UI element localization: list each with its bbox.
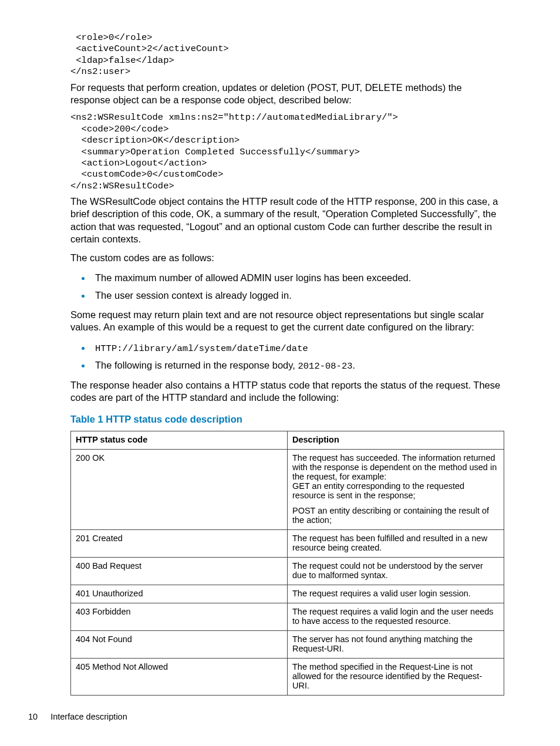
description-cell: The method specified in the Request-Line…: [288, 658, 504, 695]
code-block-user-xml: <role>0</role> <activeCount>2</activeCou…: [70, 32, 504, 78]
document-page: <role>0</role> <activeCount>2</activeCou…: [0, 0, 560, 746]
description-block: The method specified in the Request-Line…: [292, 662, 499, 690]
paragraph: The custom codes are as follows:: [70, 252, 504, 264]
description-cell: The request has succeeded. The informati…: [288, 449, 504, 529]
footer-section: Interface description: [50, 712, 127, 721]
description-block: The request could not be understood by t…: [292, 561, 499, 580]
description-block: The request requires a valid login and t…: [292, 607, 499, 626]
status-code-cell: 200 OK: [71, 449, 288, 529]
status-code-cell: 201 Created: [71, 529, 288, 557]
inline-code-url: HTTP://library/aml/system/dateTime/date: [95, 343, 308, 354]
status-code-cell: 403 Forbidden: [71, 603, 288, 630]
table-row: 405 Method Not AllowedThe method specifi…: [71, 658, 504, 695]
description-cell: The request requires a valid login and t…: [288, 603, 504, 630]
list-item-text: The following is returned in the respons…: [95, 360, 298, 370]
description-cell: The request could not be understood by t…: [288, 557, 504, 585]
status-code-cell: 405 Method Not Allowed: [71, 658, 288, 695]
list-item: HTTP://library/aml/system/dateTime/date: [92, 340, 504, 355]
bullet-list-custom-codes: The maximum number of allowed ADMIN user…: [70, 270, 504, 303]
table-row: 201 CreatedThe request has been fulfille…: [71, 529, 504, 557]
paragraph: For requests that perform creation, upda…: [70, 82, 504, 107]
table-header-cell: Description: [288, 431, 504, 449]
description-cell: The server has not found anything matchi…: [288, 630, 504, 658]
table-row: 401 UnauthorizedThe request requires a v…: [71, 585, 504, 603]
inline-code-date: 2012-08-23: [298, 361, 352, 372]
description-block: The request has been fulfilled and resul…: [292, 534, 499, 552]
list-item-text: .: [353, 360, 356, 370]
description-block: The server has not found anything matchi…: [292, 634, 499, 653]
table-row: 400 Bad RequestThe request could not be …: [71, 557, 504, 585]
table-header-row: HTTP status code Description: [71, 431, 504, 449]
status-code-cell: 401 Unauthorized: [71, 585, 288, 603]
code-block-wsresultcode: <ns2:WSResultCode xmlns:ns2="http://auto…: [70, 112, 504, 192]
paragraph: The WSResultCode object contains the HTT…: [70, 195, 504, 246]
paragraph: Some request may return plain text and a…: [70, 309, 504, 334]
description-cell: The request requires a valid user login …: [288, 585, 504, 603]
page-number: 10: [28, 712, 38, 721]
status-code-cell: 400 Bad Request: [71, 557, 288, 585]
description-block: The request has succeeded. The informati…: [292, 453, 499, 500]
paragraph: The response header also contains a HTTP…: [70, 379, 504, 404]
table-title: Table 1 HTTP status code description: [70, 414, 504, 425]
list-item: The maximum number of allowed ADMIN user…: [92, 270, 504, 285]
page-footer: 10 Interface description: [28, 712, 127, 721]
bullet-list-example: HTTP://library/aml/system/dateTime/date …: [70, 340, 504, 373]
table-row: 403 ForbiddenThe request requires a vali…: [71, 603, 504, 630]
description-cell: The request has been fulfilled and resul…: [288, 529, 504, 557]
list-item: The following is returned in the respons…: [92, 357, 504, 373]
list-item: The user session context is already logg…: [92, 288, 504, 303]
table-row: 200 OKThe request has succeeded. The inf…: [71, 449, 504, 529]
description-block: POST an entity describing or containing …: [292, 506, 499, 525]
description-block: The request requires a valid user login …: [292, 589, 499, 598]
table-header-cell: HTTP status code: [71, 431, 288, 449]
status-code-cell: 404 Not Found: [71, 630, 288, 658]
http-status-table: HTTP status code Description 200 OKThe r…: [70, 431, 504, 696]
table-row: 404 Not FoundThe server has not found an…: [71, 630, 504, 658]
